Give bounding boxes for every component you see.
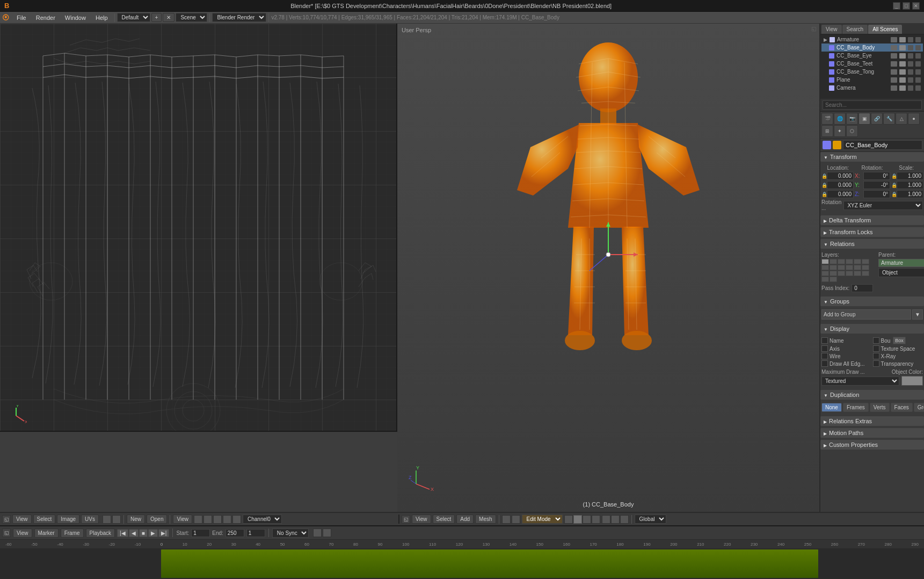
scene-select[interactable]: Scene bbox=[176, 13, 207, 22]
timeline-content[interactable]: -60 -50 -40 -30 -20 -10 0 10 20 30 40 50… bbox=[0, 540, 924, 579]
global-select[interactable]: Global bbox=[635, 515, 666, 524]
tree-item-cc-base-eye[interactable]: CC_Base_Eye bbox=[821, 52, 923, 60]
scale-x[interactable] bbox=[897, 172, 923, 180]
cb-bou-box[interactable] bbox=[873, 337, 879, 344]
prop-icon-data[interactable]: △ bbox=[896, 113, 907, 125]
delta-transform-header[interactable]: Delta Transform bbox=[820, 215, 924, 225]
tree-item-plane[interactable]: Plane bbox=[821, 76, 923, 84]
layer-btn-8[interactable] bbox=[830, 265, 837, 270]
stop-btn[interactable]: ■ bbox=[139, 529, 148, 537]
active-object-name[interactable] bbox=[843, 140, 922, 150]
pivot-btn[interactable] bbox=[602, 515, 610, 524]
cb-wire-box[interactable] bbox=[821, 353, 828, 359]
add-to-group-dropdown[interactable]: ▼ bbox=[912, 309, 923, 320]
minimize-button[interactable]: _ bbox=[893, 2, 900, 10]
prop-icon-particles[interactable]: ✦ bbox=[834, 125, 846, 137]
prop-edit-btn[interactable] bbox=[620, 515, 629, 524]
draw-type-4[interactable] bbox=[223, 515, 231, 524]
layer-btn-5[interactable] bbox=[854, 259, 861, 264]
layer-btn-17[interactable] bbox=[854, 271, 861, 276]
layer-btn-16[interactable] bbox=[846, 271, 853, 276]
shade-tex[interactable] bbox=[592, 515, 600, 524]
sync-select[interactable]: No Sync bbox=[272, 529, 309, 538]
play-back-btn[interactable]: ◀ bbox=[129, 529, 139, 537]
relations-section-header[interactable]: Relations bbox=[820, 239, 924, 249]
menu-file[interactable]: File bbox=[12, 13, 31, 22]
prop-icon-world[interactable]: 🌐 bbox=[834, 113, 846, 125]
menu-render[interactable]: Render bbox=[32, 13, 60, 22]
tree-item-cc-base-tong[interactable]: CC_Base_Tong bbox=[821, 68, 923, 76]
3d-viewport[interactable]: User Persp ◱ bbox=[397, 24, 819, 512]
tab-view[interactable]: View bbox=[821, 25, 842, 34]
uv-uvs-btn[interactable]: UVs bbox=[81, 515, 99, 524]
layer-btn-3[interactable] bbox=[838, 259, 845, 264]
groups-section-header[interactable]: Groups bbox=[820, 296, 924, 306]
transform-locks-header[interactable]: Transform Locks bbox=[820, 227, 924, 237]
prop-icon-object[interactable]: ▣ bbox=[858, 113, 870, 125]
draw-type-2[interactable] bbox=[203, 515, 212, 524]
start-frame-input[interactable] bbox=[191, 529, 210, 537]
screen-add-btn[interactable]: + bbox=[151, 13, 162, 22]
pass-index-input[interactable] bbox=[852, 284, 873, 292]
location-y[interactable] bbox=[827, 181, 854, 189]
dup-group-btn[interactable]: Group bbox=[914, 403, 924, 412]
layer-btn-6[interactable] bbox=[862, 259, 869, 264]
prop-icon-texture[interactable]: ⊞ bbox=[821, 125, 833, 137]
object-color-swatch[interactable] bbox=[901, 376, 923, 386]
prop-icon-modifiers[interactable]: 🔧 bbox=[883, 113, 895, 125]
timeline-frame-btn[interactable]: Frame bbox=[61, 529, 84, 538]
layer-btn-7[interactable] bbox=[821, 265, 829, 270]
menu-help[interactable]: Help bbox=[91, 13, 112, 22]
prop-icon-scene[interactable]: 🎬 bbox=[821, 113, 833, 125]
viewport-corner-icon[interactable]: ◱ bbox=[811, 26, 816, 32]
layer-btn-12[interactable] bbox=[862, 265, 869, 270]
tab-search[interactable]: Search bbox=[842, 25, 868, 34]
transform-section-header[interactable]: Transform bbox=[820, 152, 924, 162]
prop-icon-physics[interactable]: ⬡ bbox=[846, 125, 858, 137]
current-frame-input[interactable] bbox=[246, 529, 265, 537]
jump-end-btn[interactable]: ▶| bbox=[158, 529, 170, 537]
cb-axis-box[interactable] bbox=[821, 345, 828, 352]
prop-icon-render[interactable]: 📷 bbox=[846, 113, 858, 125]
play-btn[interactable]: ▶ bbox=[148, 529, 158, 537]
object-search-input[interactable] bbox=[823, 100, 922, 110]
end-frame-input[interactable] bbox=[225, 529, 244, 537]
layer-btn-18[interactable] bbox=[862, 271, 869, 276]
tree-item-camera[interactable]: Camera bbox=[821, 84, 923, 92]
3d-corner-btn[interactable]: ◱ bbox=[402, 515, 410, 524]
location-z[interactable] bbox=[827, 190, 854, 198]
shade-wire[interactable] bbox=[564, 515, 573, 524]
layer-btn-9[interactable] bbox=[838, 265, 845, 270]
max-draw-select[interactable]: Textured bbox=[821, 377, 899, 386]
scale-z[interactable] bbox=[897, 190, 923, 198]
layer-btn-20[interactable] bbox=[830, 277, 837, 282]
engine-select[interactable]: Blender Render bbox=[212, 13, 266, 22]
uv-corner-btn[interactable]: ◱ bbox=[2, 515, 11, 524]
uv-image-btn[interactable]: Image bbox=[57, 515, 79, 524]
display-section-header[interactable]: Display bbox=[820, 324, 924, 334]
dup-faces-btn[interactable]: Faces bbox=[891, 403, 913, 412]
edit-mode-select[interactable]: Edit Mode bbox=[522, 515, 563, 524]
uv-view-btn[interactable]: View bbox=[12, 515, 32, 524]
rotation-x[interactable] bbox=[863, 172, 890, 180]
scale-y[interactable] bbox=[897, 181, 923, 189]
menu-window[interactable]: Window bbox=[61, 13, 90, 22]
layer-btn-11[interactable] bbox=[854, 265, 861, 270]
uv-open-btn[interactable]: Open bbox=[147, 515, 167, 524]
tree-item-cc-base-body[interactable]: CC_Base_Body bbox=[821, 44, 923, 52]
3d-view-btn[interactable]: View bbox=[412, 515, 431, 524]
layer-btn-1[interactable] bbox=[821, 259, 829, 264]
3d-add-btn[interactable]: Add bbox=[456, 515, 474, 524]
draw-type-1[interactable] bbox=[194, 515, 202, 524]
3d-select-btn[interactable]: Select bbox=[433, 515, 455, 524]
jump-start-btn[interactable]: |◀ bbox=[117, 529, 128, 537]
timeline-marker-btn[interactable]: Marker bbox=[34, 529, 59, 538]
cb-xray-box[interactable] bbox=[873, 353, 879, 359]
box-select-btn[interactable]: Box bbox=[893, 337, 906, 344]
uv-select-btn[interactable]: Select bbox=[33, 515, 56, 524]
rotation-z[interactable] bbox=[863, 190, 890, 198]
layer-btn-19[interactable] bbox=[821, 277, 829, 282]
cb-texture-space-box[interactable] bbox=[873, 345, 879, 352]
tree-item-cc-base-teet[interactable]: CC_Base_Teet bbox=[821, 60, 923, 68]
close-button[interactable]: ✕ bbox=[912, 2, 920, 10]
